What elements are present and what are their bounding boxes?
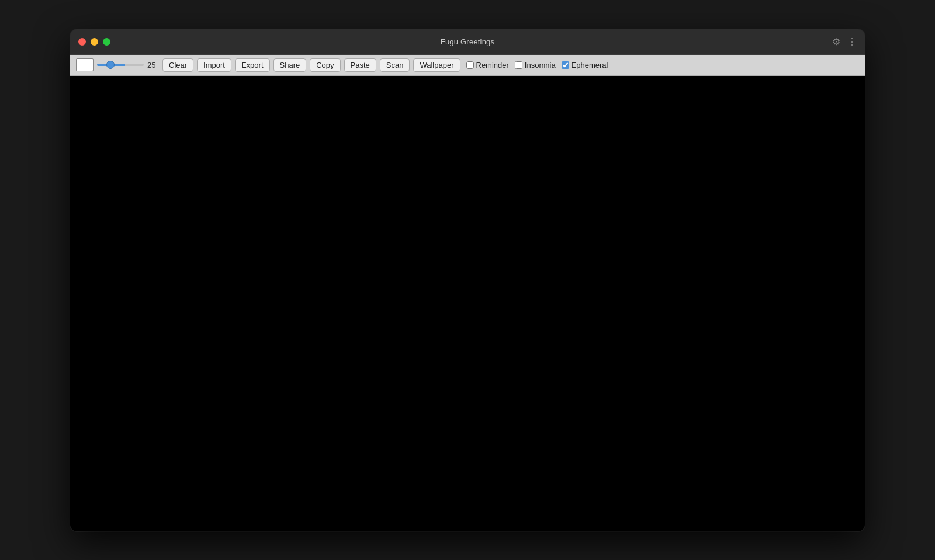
app-window: Fugu Greetings ⚙ ⋮ 25 Clear Import Expor… bbox=[70, 29, 865, 531]
brush-size-slider[interactable] bbox=[97, 64, 144, 66]
slider-container: 25 bbox=[97, 61, 159, 69]
close-button[interactable] bbox=[78, 38, 86, 46]
canvas-area[interactable] bbox=[70, 76, 865, 531]
import-button[interactable]: Import bbox=[197, 58, 231, 72]
scan-button[interactable]: Scan bbox=[380, 58, 410, 72]
paste-button[interactable]: Paste bbox=[344, 58, 376, 72]
ephemeral-checkbox[interactable] bbox=[562, 61, 569, 69]
reminder-checkbox[interactable] bbox=[466, 61, 474, 69]
menu-icon[interactable]: ⋮ bbox=[847, 36, 857, 47]
slider-value: 25 bbox=[147, 61, 159, 69]
insomnia-text: Insomnia bbox=[525, 61, 556, 69]
extensions-icon[interactable]: ⚙ bbox=[832, 36, 840, 47]
checkbox-group: Reminder Insomnia Ephemeral bbox=[466, 61, 608, 69]
maximize-button[interactable] bbox=[103, 38, 110, 46]
minimize-button[interactable] bbox=[91, 38, 98, 46]
window-title: Fugu Greetings bbox=[441, 37, 494, 46]
reminder-text: Reminder bbox=[476, 61, 509, 69]
insomnia-checkbox[interactable] bbox=[515, 61, 522, 69]
color-swatch[interactable] bbox=[76, 58, 94, 71]
toolbar: 25 Clear Import Export Share Copy Paste … bbox=[70, 55, 865, 76]
clear-button[interactable]: Clear bbox=[162, 58, 193, 72]
title-bar: Fugu Greetings ⚙ ⋮ bbox=[70, 29, 865, 55]
insomnia-label[interactable]: Insomnia bbox=[515, 61, 556, 69]
ephemeral-label[interactable]: Ephemeral bbox=[562, 61, 608, 69]
title-bar-actions: ⚙ ⋮ bbox=[832, 36, 857, 47]
wallpaper-button[interactable]: Wallpaper bbox=[413, 58, 460, 72]
ephemeral-text: Ephemeral bbox=[572, 61, 608, 69]
reminder-label[interactable]: Reminder bbox=[466, 61, 509, 69]
traffic-lights bbox=[78, 38, 110, 46]
export-button[interactable]: Export bbox=[235, 58, 270, 72]
copy-button[interactable]: Copy bbox=[310, 58, 340, 72]
share-button[interactable]: Share bbox=[273, 58, 307, 72]
